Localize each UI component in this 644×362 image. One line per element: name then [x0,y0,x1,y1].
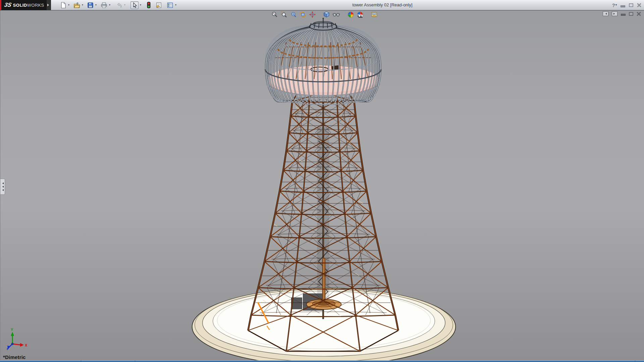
glasses-icon [332,11,340,18]
triad-y-label: Y [11,327,13,331]
doc-restore-button[interactable] [629,12,633,16]
options-button[interactable] [166,2,174,9]
close-button[interactable] [637,3,641,7]
realview-sphere-icon [357,11,364,18]
options-checklist-icon [167,2,173,8]
realview-button[interactable] [356,11,364,18]
view-orientation-label: *Dimetric [3,354,26,360]
open-document-button[interactable] [73,2,80,9]
view-toolbar [271,11,378,18]
print-icon [101,2,107,8]
logo-red-stripe [0,0,1,10]
zoom-to-fit-button[interactable] [271,11,278,18]
logo-text-solid: SOLID [13,3,27,8]
print-dropdown[interactable]: ▾ [109,4,110,6]
taskbar-edge[interactable] [0,360,644,362]
title-bar: 3S SOLIDWORKS ▾ ▾ [0,0,644,10]
feature-tree-collapsed-tab[interactable] [0,179,5,195]
shaded-sphere-icon [347,11,354,18]
collapse-arrow-icon [1,189,4,191]
rebuild-button[interactable] [146,1,151,9]
open-folder-icon [73,2,80,8]
zoom-to-area-button[interactable] [280,11,288,18]
app-window-controls: ?▾ [612,0,641,10]
open-dropdown[interactable]: ▾ [82,4,83,6]
solidworks-logo-glyph: 3S [4,2,12,8]
doc-close-button[interactable] [637,12,641,16]
select-cursor-icon [131,2,138,8]
traffic-light-icon [147,2,151,8]
expand-arrow-icon [47,4,50,6]
main-toolbar: ▾ ▾ ▾ [60,1,176,9]
model-3d-tower-assembly: YX [0,10,644,360]
collapse-right-pane-button[interactable] [612,11,618,16]
undo-button[interactable] [115,2,123,9]
file-properties-icon [155,2,162,8]
dome-oculus [310,18,337,30]
save-button[interactable] [87,2,94,9]
graphics-viewport[interactable]: YX [0,10,644,360]
pan-icon [309,11,316,18]
collapse-arrow-icon [1,186,4,188]
file-properties-button[interactable] [155,2,163,9]
pane-left-icon [604,13,607,15]
restore-button[interactable] [629,3,633,7]
solidworks-window: { "titlebar": { "logo": { "glyph": "3S",… [0,0,644,362]
help-dropdown: ▾ [615,4,617,6]
undo-icon [116,2,122,8]
select-button[interactable] [130,1,139,9]
view-cube-icon [323,11,330,18]
rotate-view-icon [299,11,307,18]
zoom-in-out-button[interactable] [289,11,297,18]
edit-appearance-icon [371,11,378,18]
document-window-controls [603,11,641,16]
orientation-triad: YX [7,327,27,350]
rotate-view-button[interactable] [299,11,307,18]
shaded-view-button[interactable] [347,11,355,18]
new-document-icon [60,2,66,8]
doc-minimize-button[interactable] [621,14,626,16]
help-button[interactable]: ?▾ [612,2,617,8]
solidworks-logo: 3S SOLIDWORKS [0,0,51,10]
edit-appearance-button[interactable] [370,11,378,18]
new-dropdown[interactable]: ▾ [68,4,69,6]
menu-expand-button[interactable] [47,0,51,10]
options-dropdown[interactable]: ▾ [175,4,176,6]
zoom-to-area-icon [280,11,287,18]
minimize-button[interactable] [621,5,625,7]
pane-right-icon [613,13,616,15]
document-title: tower Assembly 02 [Read-only] [352,2,412,7]
undo-dropdown[interactable]: ▾ [124,4,125,6]
pan-button[interactable] [309,11,316,18]
zoom-to-fit-icon [271,11,278,18]
save-dropdown[interactable]: ▾ [95,4,97,6]
select-dropdown[interactable]: ▾ [140,4,141,6]
save-floppy-icon [87,2,94,8]
display-style-button[interactable] [332,11,340,18]
logo-text-works: WORKS [27,3,44,8]
new-document-button[interactable] [60,2,67,9]
triad-x-label: X [25,343,28,347]
print-button[interactable] [100,2,108,9]
view-orientation-button[interactable] [323,11,330,18]
collapse-arrow-icon [1,182,4,184]
collapse-left-pane-button[interactable] [603,11,608,16]
zoom-in-out-icon [290,11,297,18]
